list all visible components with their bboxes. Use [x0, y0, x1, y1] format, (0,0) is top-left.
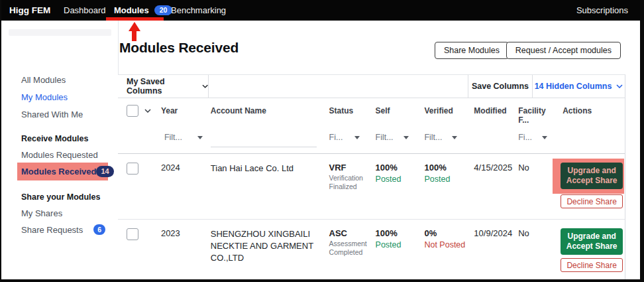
filter-caret-icon — [403, 136, 409, 139]
self-posted-state: Posted — [376, 175, 419, 184]
row-checkbox[interactable] — [127, 163, 138, 175]
cell-self: 100% Posted — [370, 220, 419, 279]
loading-placeholder — [9, 29, 111, 36]
cell-actions: Upgrade and Accept Share Decline Share — [557, 220, 625, 279]
window-border — [0, 279, 644, 282]
sidebar-item-my-modules[interactable]: My Modules — [21, 92, 68, 102]
sidebar-item-share-requests[interactable]: Share Requests 6 — [21, 224, 105, 235]
table-header-row: Year Account Name Status Self Verified M… — [118, 98, 625, 125]
sidebar-item-shared-with-me[interactable]: Shared With Me — [21, 109, 83, 119]
self-posted-state: Posted — [376, 240, 419, 249]
sidebar-section-share-your-modules: Share your Modules — [21, 192, 100, 202]
status-filter-dropdown[interactable]: Fi... — [329, 133, 360, 142]
cell-actions: Upgrade and Accept Share Decline Share — [557, 154, 625, 219]
request-accept-modules-button[interactable]: Request / Accept modules — [506, 42, 621, 59]
status-description: Verification Finalized — [329, 174, 370, 191]
cell-verified: 0% Not Posted — [419, 220, 468, 279]
arrow-up-icon-stem — [132, 31, 136, 41]
sidebar-item-label: Share Requests — [21, 225, 83, 235]
share-requests-count-badge: 6 — [93, 224, 105, 235]
filter-caret-icon — [197, 136, 203, 139]
select-all-checkbox[interactable] — [127, 105, 138, 117]
sidebar-section-receive-modules: Receive Modules — [21, 134, 88, 143]
chevron-down-icon[interactable] — [144, 109, 151, 113]
sidebar-item-all-modules[interactable]: All Modules — [21, 75, 66, 85]
upgrade-accept-share-button[interactable]: Upgrade and Accept Share — [561, 163, 623, 189]
annotation-underline — [106, 17, 164, 21]
save-columns-button[interactable]: Save Columns — [468, 75, 533, 98]
column-header-account-name[interactable]: Account Name — [205, 98, 324, 125]
status-code: ASC — [329, 228, 370, 238]
app-window: Higg FEM Dashboard Modules 20 Benchmarki… — [0, 0, 644, 282]
chevron-down-icon — [202, 84, 208, 88]
self-filter-dropdown[interactable]: Filt... — [376, 133, 409, 142]
nav-subscriptions[interactable]: Subscriptions — [576, 0, 628, 21]
column-header-year[interactable]: Year — [156, 98, 205, 125]
row-checkbox[interactable] — [127, 228, 138, 240]
cell-account-name: Tian Hai Lace Co. Ltd — [205, 154, 324, 219]
cell-modified: 4/15/2025 — [468, 154, 513, 219]
nav-benchmarking[interactable]: Benchmarking — [171, 0, 226, 21]
sidebar-item-my-shares[interactable]: My Shares — [21, 208, 62, 218]
table-filter-row: Filt... Fi... Filt... — [118, 125, 625, 154]
verified-not-posted-state: Not Posted — [424, 240, 468, 249]
year-filter-dropdown[interactable]: Filt... — [164, 133, 203, 142]
modules-received-count-badge: 14 — [96, 166, 113, 177]
my-saved-columns-label: My Saved Columns — [127, 77, 197, 96]
table-row: 2024 Tian Hai Lace Co. Ltd VRF Verificat… — [118, 154, 625, 220]
cell-facility: No — [513, 154, 557, 219]
toolbar-spacer — [209, 75, 468, 98]
filter-caret-icon — [542, 136, 547, 139]
cell-year: 2023 — [156, 220, 205, 279]
cell-facility: No — [513, 220, 557, 279]
chevron-down-icon — [616, 84, 623, 88]
status-description: Assessment Completed — [329, 240, 370, 257]
modules-count-badge: 20 — [154, 5, 173, 15]
modules-table: My Saved Columns Save Columns 14 Hidden … — [118, 74, 625, 279]
share-modules-button[interactable]: Share Modules — [435, 42, 509, 59]
filter-caret-icon — [354, 136, 360, 139]
cell-self: 100% Posted — [370, 154, 419, 219]
column-header-facility[interactable]: Facility F... — [513, 98, 557, 125]
verified-posted-state: Posted — [424, 175, 468, 184]
column-header-actions: Actions — [557, 98, 625, 125]
account-name-filter-input[interactable] — [211, 133, 317, 147]
window-border — [0, 0, 1, 282]
column-header-verified[interactable]: Verified — [419, 98, 468, 125]
save-columns-label: Save Columns — [472, 82, 529, 91]
status-code: VRF — [329, 163, 370, 173]
cell-verified: 100% Posted — [419, 154, 468, 219]
cell-account-name: SHENGZHOU XINGBAILI NECKTIE AND GARMENT … — [205, 220, 324, 279]
cell-modified: 10/9/2024 — [468, 220, 513, 279]
arrow-up-icon — [129, 22, 140, 31]
nav-dashboard[interactable]: Dashboard — [64, 0, 106, 21]
hidden-columns-label: 14 Hidden Columns — [535, 82, 612, 91]
column-header-modified[interactable]: Modified — [468, 98, 513, 125]
sidebar-item-label: Modules Received — [21, 167, 96, 176]
filter-caret-icon — [452, 136, 457, 139]
facility-filter-dropdown[interactable]: Fi... — [518, 133, 547, 142]
decline-share-button[interactable]: Decline Share — [561, 258, 623, 272]
hidden-columns-dropdown[interactable]: 14 Hidden Columns — [533, 75, 625, 98]
upgrade-accept-share-button[interactable]: Upgrade and Accept Share — [561, 228, 623, 255]
sidebar-item-modules-received[interactable]: Modules Received 14 — [17, 163, 108, 180]
cell-status: VRF Verification Finalized — [324, 154, 370, 219]
sidebar-item-modules-requested[interactable]: Modules Requested — [21, 150, 98, 160]
window-border — [640, 0, 644, 282]
cell-status: ASC Assessment Completed — [324, 220, 370, 279]
my-saved-columns-dropdown[interactable]: My Saved Columns — [118, 75, 209, 98]
table-row: 2023 SHENGZHOU XINGBAILI NECKTIE AND GAR… — [118, 220, 625, 279]
column-header-status[interactable]: Status — [324, 98, 370, 125]
verified-filter-dropdown[interactable]: Filt... — [424, 133, 457, 142]
top-navbar: Higg FEM Dashboard Modules 20 Benchmarki… — [0, 0, 644, 21]
page-title: Modules Received — [119, 40, 239, 56]
decline-share-button[interactable]: Decline Share — [561, 194, 623, 208]
cell-year: 2024 — [156, 154, 205, 219]
brand-logo: Higg FEM — [9, 0, 50, 21]
table-toolbar: My Saved Columns Save Columns 14 Hidden … — [118, 75, 625, 98]
column-header-self[interactable]: Self — [370, 98, 419, 125]
